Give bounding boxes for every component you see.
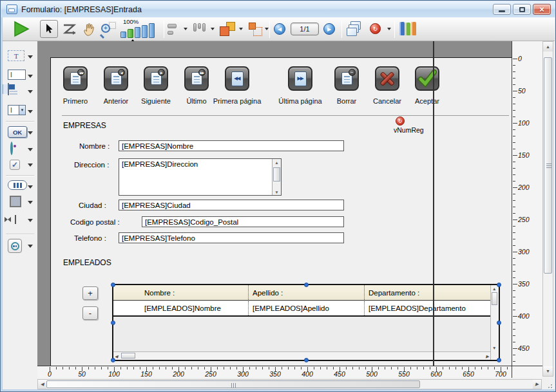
- scrollbar-thumb[interactable]: [273, 167, 280, 182]
- distribute-dropdown-arrow[interactable]: [211, 28, 215, 30]
- align-dropdown-arrow[interactable]: [184, 28, 187, 30]
- selection-tool-button[interactable]: [40, 20, 58, 38]
- distribute-tool-button[interactable]: [193, 23, 207, 35]
- column-header-departamento[interactable]: Departamento :: [364, 285, 490, 300]
- remove-record-button[interactable]: -: [82, 306, 98, 320]
- plugin-tool-dropdown[interactable]: [28, 245, 33, 248]
- buttonbar-tool-dropdown[interactable]: [28, 185, 33, 189]
- maximize-button[interactable]: [513, 4, 531, 15]
- minimize-button[interactable]: [493, 4, 511, 15]
- form-button-borrar[interactable]: −: [334, 66, 359, 91]
- field-input-telefono[interactable]: [EMPRESAS]Telefono: [119, 232, 344, 243]
- scroll-up-icon[interactable]: ▲: [492, 286, 496, 291]
- scroll-down-icon[interactable]: ▼: [273, 189, 281, 195]
- field-input-nombre[interactable]: [EMPRESAS]Nombre: [119, 140, 344, 151]
- rectangle-tool-dropdown[interactable]: [28, 201, 33, 204]
- field-input-codigo-postal[interactable]: [EMPRESAS]Codigo_Postal: [142, 216, 344, 227]
- zoom-bar-50[interactable]: [120, 32, 126, 38]
- palette-text-tool[interactable]: T: [3, 49, 37, 66]
- zoom-bar-800[interactable]: [149, 23, 155, 38]
- selection-handle[interactable]: [497, 321, 501, 325]
- zoom-bar-100[interactable]: [128, 29, 133, 38]
- field-input-ciudad[interactable]: [EMPRESAS]Ciudad: [119, 200, 344, 210]
- scroll-right-icon[interactable]: ▶: [533, 380, 541, 389]
- layer-dropdown-arrow[interactable]: [239, 28, 243, 30]
- entry-order-tool-button[interactable]: [62, 23, 77, 35]
- empleados-subform-table[interactable]: Nombre : Apellido : Departamento : [EMPL…: [112, 284, 500, 361]
- insert-variable-button[interactable]: ↻: [370, 23, 381, 34]
- cell-empleados-nombre[interactable]: [EMPLEADOS]Nombre: [113, 301, 248, 315]
- button-tool-dropdown[interactable]: [28, 131, 33, 135]
- textarea-scrollbar[interactable]: ▲ ▼: [272, 159, 281, 195]
- form-button-primera-pagina[interactable]: ◀◀: [225, 66, 249, 91]
- group-tool-button[interactable]: [248, 22, 262, 36]
- palette-rectangle-tool[interactable]: [3, 194, 37, 211]
- text-tool-dropdown[interactable]: [28, 55, 33, 59]
- zoom-tool-button[interactable]: +: [100, 21, 117, 38]
- column-header-apellido[interactable]: Apellido :: [248, 285, 364, 300]
- zoom-bar-200[interactable]: [135, 27, 140, 38]
- scroll-right-icon[interactable]: ▶: [486, 354, 489, 359]
- selection-handle[interactable]: [497, 358, 501, 362]
- layer-tool-button[interactable]: [220, 22, 235, 36]
- form-button-cancelar[interactable]: [375, 66, 399, 91]
- selection-handle[interactable]: [304, 283, 309, 287]
- window-menu-icon[interactable]: [6, 5, 17, 14]
- form-button-siguiente[interactable]: ▶: [144, 66, 168, 91]
- form-button-ultimo[interactable]: ▶▶: [184, 66, 209, 91]
- selection-handle[interactable]: [111, 358, 115, 362]
- scroll-down-icon[interactable]: ▼: [492, 346, 496, 350]
- align-tool-button[interactable]: [168, 23, 180, 35]
- palette-plugin-tool[interactable]: [3, 238, 37, 256]
- selection-handle[interactable]: [497, 283, 501, 287]
- canvas-vertical-scrollbar[interactable]: ▲ ▼: [542, 41, 553, 377]
- previous-page-button[interactable]: ◀: [274, 23, 285, 35]
- zoom-bar-400[interactable]: [142, 25, 148, 38]
- form-button-anterior[interactable]: ◀: [104, 66, 128, 91]
- palette-combobox-tool[interactable]: I▼: [3, 104, 37, 120]
- palette-checkbox-tool[interactable]: ✓: [3, 157, 37, 174]
- pan-tool-button[interactable]: [82, 21, 97, 37]
- form-limit-line[interactable]: [433, 41, 434, 366]
- form-canvas[interactable]: ◀◀ ◀ ▶ ▶▶ ◀◀ ▶▶ −: [37, 41, 512, 366]
- selection-handle[interactable]: [111, 283, 115, 287]
- scroll-up-icon[interactable]: ▲: [543, 42, 553, 51]
- explorer-books-button[interactable]: [399, 22, 416, 35]
- field-textarea-direccion[interactable]: [EMPRESAS]Direccion ▲ ▼: [119, 158, 282, 196]
- listbox-tool-dropdown[interactable]: [28, 90, 33, 93]
- selection-handle[interactable]: [111, 321, 115, 325]
- radio-tool-dropdown[interactable]: [28, 148, 33, 151]
- add-record-button[interactable]: +: [82, 286, 98, 300]
- palette-splitter-tool[interactable]: [3, 212, 37, 229]
- input-tool-dropdown[interactable]: [28, 75, 33, 78]
- scroll-left-icon[interactable]: ◀: [115, 354, 118, 359]
- scrollbar-thumb[interactable]: [544, 57, 552, 274]
- group-dropdown-arrow[interactable]: [265, 28, 269, 30]
- form-button-primero[interactable]: ◀◀: [63, 66, 88, 91]
- cell-empleados-apellido[interactable]: [EMPLEADOS]Apellido: [248, 301, 364, 315]
- palette-radio-tool[interactable]: [3, 142, 37, 158]
- palette-listbox-tool[interactable]: [3, 82, 37, 102]
- palette-button-tool[interactable]: OK: [3, 125, 37, 142]
- canvas-horizontal-scrollbar[interactable]: ◀ ▶: [37, 379, 542, 389]
- checkbox-tool-dropdown[interactable]: [28, 163, 33, 167]
- next-page-button[interactable]: ▶: [323, 23, 335, 35]
- splitter-tool-dropdown[interactable]: [28, 219, 33, 222]
- form-button-aceptar[interactable]: [415, 66, 439, 91]
- scroll-up-icon[interactable]: ▲: [273, 159, 281, 165]
- scrollbar-thumb[interactable]: [46, 380, 420, 388]
- scrollbar-thumb[interactable]: [492, 292, 497, 305]
- scroll-left-icon[interactable]: ◀: [38, 380, 46, 389]
- execute-form-button[interactable]: [13, 21, 30, 37]
- palette-buttonbar-tool[interactable]: [3, 179, 37, 196]
- combobox-tool-dropdown[interactable]: [28, 110, 33, 113]
- resize-grip[interactable]: [542, 378, 553, 389]
- column-header-nombre[interactable]: Nombre :: [113, 285, 248, 300]
- zoom-level-control[interactable]: 100%: [120, 19, 160, 40]
- cell-empleados-departamento[interactable]: [EMPLEADOS]Departamento: [364, 301, 490, 315]
- close-button[interactable]: ×: [533, 4, 551, 15]
- form-button-ultima-pagina[interactable]: ▶▶: [288, 66, 312, 91]
- scrollbar-thumb[interactable]: [121, 353, 135, 359]
- numreg-variable-icon[interactable]: ↻: [396, 117, 405, 126]
- scroll-down-icon[interactable]: ▼: [543, 366, 553, 376]
